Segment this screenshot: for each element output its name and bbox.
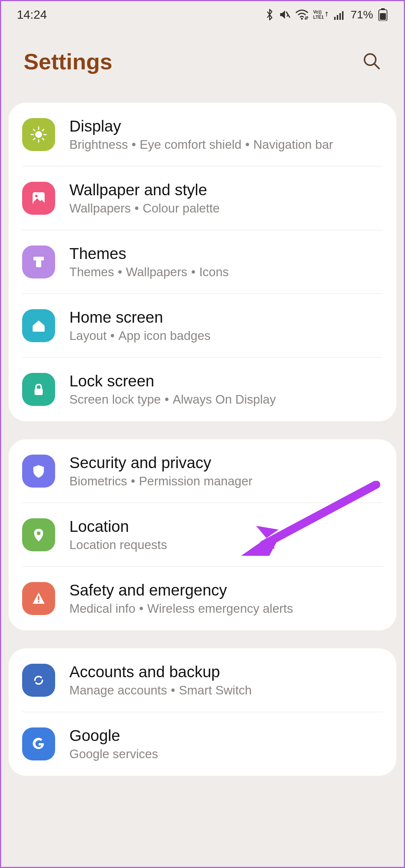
safety-icon	[22, 582, 55, 615]
row-home-screen[interactable]: Home screen Layout•App icon badges	[22, 294, 383, 358]
shield-icon	[22, 455, 55, 488]
row-subtitle: Brightness•Eye comfort shield•Navigation…	[69, 138, 383, 152]
search-button[interactable]	[357, 47, 386, 76]
svg-line-18	[33, 129, 35, 131]
row-title: Security and privacy	[69, 454, 383, 472]
svg-rect-25	[36, 260, 41, 267]
row-title: Accounts and backup	[69, 663, 383, 681]
svg-line-20	[33, 138, 35, 140]
display-icon	[22, 118, 55, 151]
row-title: Location	[69, 518, 383, 536]
mute-icon	[279, 9, 291, 21]
svg-rect-24	[33, 257, 44, 260]
row-lock-screen[interactable]: Lock screen Screen lock type•Always On D…	[22, 358, 383, 421]
status-time: 14:24	[17, 8, 47, 22]
settings-group-display: Display Brightness•Eye comfort shield•Na…	[9, 103, 396, 421]
themes-icon	[22, 245, 55, 278]
wifi-icon	[295, 9, 309, 20]
row-subtitle: Themes•Wallpapers•Icons	[69, 265, 383, 279]
location-icon	[22, 518, 55, 551]
row-subtitle: Medical info•Wireless emergency alerts	[69, 602, 383, 616]
row-title: Home screen	[69, 308, 383, 326]
svg-rect-26	[34, 389, 43, 395]
svg-rect-29	[38, 601, 39, 602]
sync-icon	[22, 664, 55, 697]
row-subtitle: Wallpapers•Colour palette	[69, 201, 383, 216]
home-icon	[22, 309, 55, 342]
row-security-privacy[interactable]: Security and privacy Biometrics•Permissi…	[22, 439, 383, 503]
svg-rect-7	[342, 11, 344, 20]
svg-point-1	[301, 18, 303, 20]
svg-point-23	[35, 195, 38, 197]
lock-icon	[22, 373, 55, 406]
row-title: Lock screen	[69, 372, 383, 390]
svg-text:LTE1: LTE1	[313, 15, 324, 20]
battery-percent: 71%	[351, 8, 373, 21]
settings-group-accounts: Accounts and backup Manage accounts•Smar…	[9, 648, 396, 776]
row-subtitle: Biometrics•Permission manager	[69, 474, 383, 488]
bluetooth-icon	[265, 9, 274, 21]
row-subtitle: Manage accounts•Smart Switch	[69, 683, 383, 697]
svg-rect-5	[337, 15, 338, 20]
svg-line-12	[374, 64, 379, 69]
svg-line-19	[42, 138, 44, 140]
row-title: Display	[69, 117, 383, 135]
page-title: Settings	[24, 49, 112, 75]
row-title: Themes	[69, 245, 383, 263]
status-icons: Vo))LTE1 71%	[265, 8, 388, 21]
row-subtitle: Screen lock type•Always On Display	[69, 392, 383, 407]
row-location[interactable]: Location Location requests	[22, 503, 383, 567]
google-icon	[22, 727, 55, 760]
row-title: Wallpaper and style	[69, 181, 383, 199]
search-icon	[361, 51, 382, 72]
svg-rect-4	[334, 17, 336, 20]
row-subtitle: Layout•App icon badges	[69, 329, 383, 343]
svg-point-13	[35, 131, 42, 138]
row-google[interactable]: Google Google services	[22, 712, 383, 776]
volte-icon: Vo))LTE1	[313, 9, 330, 20]
svg-point-27	[37, 531, 40, 535]
status-bar: 14:24 Vo))LTE1 71%	[1, 1, 404, 28]
row-accounts-backup[interactable]: Accounts and backup Manage accounts•Smar…	[22, 648, 383, 712]
svg-rect-28	[38, 596, 39, 600]
wallpaper-icon	[22, 182, 55, 215]
svg-rect-6	[339, 13, 341, 20]
row-themes[interactable]: Themes Themes•Wallpapers•Icons	[22, 230, 383, 294]
row-subtitle: Location requests	[69, 538, 383, 552]
svg-text:Vo)): Vo))	[313, 9, 321, 15]
battery-icon	[378, 8, 388, 21]
row-wallpaper[interactable]: Wallpaper and style Wallpapers•Colour pa…	[22, 166, 383, 230]
svg-rect-10	[380, 13, 386, 20]
settings-header: Settings	[1, 28, 404, 103]
svg-line-21	[42, 129, 44, 131]
row-title: Safety and emergency	[69, 581, 383, 599]
row-display[interactable]: Display Brightness•Eye comfort shield•Na…	[22, 103, 383, 166]
row-subtitle: Google services	[69, 747, 383, 761]
row-title: Google	[69, 727, 383, 745]
signal-icon	[334, 9, 345, 20]
row-safety-emergency[interactable]: Safety and emergency Medical info•Wirele…	[22, 567, 383, 630]
settings-group-security: Security and privacy Biometrics•Permissi…	[9, 439, 396, 630]
